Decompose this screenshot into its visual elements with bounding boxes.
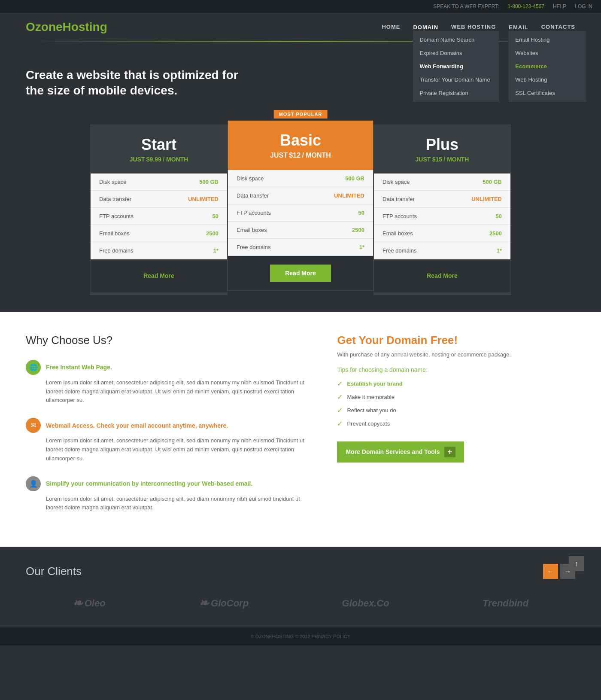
plan-basic-price: JUST $12 / MONTH (237, 152, 364, 159)
feature-item-0-header: 🌐 Free Instant Web Page. (26, 360, 311, 375)
why-title: Why Choose Us? (26, 334, 311, 347)
feature-row: Email boxes 2500 (228, 222, 373, 239)
domain-cta-label: More Domain Services and Tools (346, 448, 440, 455)
client-leaf-icon-0: ❧ (73, 596, 82, 610)
plan-basic-header: Basic JUST $12 / MONTH (228, 121, 373, 170)
dropdown-email-hosting[interactable]: Email Hosting (509, 33, 586, 46)
logo[interactable]: OzoneHosting (26, 20, 107, 34)
clients-prev-button[interactable]: ← (543, 564, 558, 579)
client-logo-1: ❧ GloCorp (199, 596, 249, 610)
help-link[interactable]: HELP (553, 3, 566, 9)
clients-header: Our Clients ← → (26, 564, 575, 579)
feature-1-desc: Lorem ipsum dolor sit amet, consectetuer… (46, 436, 311, 463)
footer: © OZONEHOSTING © 2012 PRIVACY POLICY (0, 627, 601, 645)
check-icon-3: ✓ (337, 420, 343, 428)
tip-0: ✓ Establish your brand (337, 380, 575, 388)
feature-row: Data transfer UNLIMITED (228, 187, 373, 204)
feature-item-0: 🌐 Free Instant Web Page. Lorem ipsum dol… (26, 360, 311, 405)
pricing-section: Start JUST $9.99 / MONTH Disk space 500 … (0, 116, 601, 312)
feature-2-title[interactable]: Simplify your communication by interconn… (46, 480, 252, 487)
main-content: Why Choose Us? 🌐 Free Instant Web Page. … (0, 312, 601, 547)
dropdown-ssl-certificates[interactable]: SSL Certificates (509, 86, 586, 100)
login-link[interactable]: LOG IN (575, 3, 592, 9)
plan-basic: MOST POPULAR Basic JUST $12 / MONTH Disk… (228, 120, 373, 291)
person-icon: 👤 (26, 476, 41, 491)
feature-0-title[interactable]: Free Instant Web Page. (46, 364, 112, 371)
feature-row: FTP accounts 50 (91, 208, 227, 225)
feature-item-2: 👤 Simplify your communication by interco… (26, 476, 311, 513)
client-name-1: GloCorp (211, 598, 249, 609)
hero-title: Create a website that is optimized for t… (26, 67, 240, 99)
plan-plus-cta-area: Read More (374, 259, 510, 292)
dropdown-private-registration[interactable]: Private Registration (413, 86, 499, 100)
nav-domain-wrapper: DOMAIN Domain Name Search Expired Domain… (413, 23, 438, 31)
tip-3: ✓ Prevent copycats (337, 420, 575, 428)
header: OzoneHosting HOME DOMAIN Domain Name Sea… (0, 13, 601, 41)
plan-plus-features: Disk space 500 GB Data transfer UNLIMITE… (374, 173, 510, 259)
pricing-cards: Start JUST $9.99 / MONTH Disk space 500 … (26, 125, 575, 295)
feature-item-1-header: ✉ Webmail Access. Check your email accou… (26, 418, 311, 433)
tips-title: Tips for choosing a domain name: (337, 366, 575, 373)
plan-plus-name: Plus (382, 136, 502, 154)
plan-start-readmore[interactable]: Read More (131, 268, 187, 283)
feature-row: Data transfer UNLIMITED (374, 191, 510, 208)
main-nav: HOME DOMAIN Domain Name Search Expired D… (382, 19, 575, 34)
domain-cta-button[interactable]: More Domain Services and Tools + (337, 441, 464, 463)
plan-start-features: Disk space 500 GB Data transfer UNLIMITE… (91, 173, 227, 259)
plan-start-price-label: JUST (130, 156, 145, 163)
footer-text: © OZONEHOSTING © 2012 (251, 634, 310, 639)
plan-start-amount: $9.99 (146, 156, 161, 163)
tip-text-2: Reflect what you do (347, 407, 396, 414)
dropdown-expired-domains[interactable]: Expired Domains (413, 46, 499, 60)
domain-cta-plus: + (444, 447, 456, 457)
feature-item-1: ✉ Webmail Access. Check your email accou… (26, 418, 311, 463)
scroll-top-button[interactable]: ↑ (569, 556, 584, 571)
privacy-link[interactable]: PRIVACY POLICY (312, 634, 351, 639)
feature-row: Disk space 500 GB (228, 170, 373, 187)
plan-plus: Plus JUST $15 / MONTH Disk space 500 GB … (373, 125, 511, 295)
dropdown-web-forwarding[interactable]: Web Forwarding (413, 60, 499, 73)
plan-plus-readmore[interactable]: Read More (414, 268, 470, 283)
phone-link[interactable]: 1-800-123-4567 (508, 3, 544, 9)
feature-row: FTP accounts 50 (228, 204, 373, 222)
plan-start-cta-area: Read More (91, 259, 227, 292)
speak-text: SPEAK TO A WEB EXPERT: (433, 3, 499, 9)
feature-row: Disk space 500 GB (374, 173, 510, 191)
domain-section: Get Your Domain Free! With purchase of a… (337, 334, 575, 525)
plan-basic-cta-area: Read More (228, 256, 373, 290)
plan-start-period: / MONTH (163, 156, 188, 163)
email-dropdown: Email Hosting Websites Ecommerce Web Hos… (509, 31, 586, 102)
check-icon-0: ✓ (337, 380, 343, 388)
plan-start-name: Start (99, 136, 219, 154)
feature-1-title[interactable]: Webmail Access. Check your email account… (46, 422, 228, 429)
feature-0-desc: Lorem ipsum dolor sit amet, consectetuer… (46, 378, 311, 405)
plan-start: Start JUST $9.99 / MONTH Disk space 500 … (90, 125, 228, 295)
dropdown-websites[interactable]: Websites (509, 46, 586, 60)
feature-row: FTP accounts 50 (374, 208, 510, 225)
dropdown-web-hosting[interactable]: Web Hosting (509, 73, 586, 86)
feature-row: Free domains 1* (228, 239, 373, 256)
tip-text-3: Prevent copycats (347, 420, 390, 427)
dropdown-domain-search[interactable]: Domain Name Search (413, 33, 499, 46)
domain-dropdown: Domain Name Search Expired Domains Web F… (413, 31, 499, 102)
plan-plus-price: JUST $15 / MONTH (382, 156, 502, 163)
plan-plus-header: Plus JUST $15 / MONTH (374, 125, 510, 173)
client-leaf-icon-1: ❧ (199, 596, 209, 610)
tip-link-0[interactable]: Establish your brand (347, 380, 402, 387)
nav-home[interactable]: HOME (382, 19, 400, 34)
feature-row: Data transfer UNLIMITED (91, 191, 227, 208)
mail-icon: ✉ (26, 418, 41, 433)
client-name-3: Trendbind (483, 598, 528, 609)
plan-basic-readmore[interactable]: Read More (270, 265, 331, 282)
feature-item-2-header: 👤 Simplify your communication by interco… (26, 476, 311, 491)
dropdown-ecommerce[interactable]: Ecommerce (509, 60, 586, 73)
check-icon-1: ✓ (337, 393, 343, 401)
domain-desc: With purchase of any annual website, hos… (337, 351, 575, 358)
tip-2: ✓ Reflect what you do (337, 406, 575, 414)
dropdown-transfer-domain[interactable]: Transfer Your Domain Name (413, 73, 499, 86)
feature-2-desc: Lorem ipsum dolor sit amet, consectetuer… (46, 495, 311, 513)
feature-row: Free domains 1* (374, 242, 510, 259)
client-name-0: Oleo (85, 598, 106, 609)
clients-section: Our Clients ← → ❧ Oleo ❧ GloCorp Globex.… (0, 547, 601, 627)
clients-title: Our Clients (26, 565, 82, 578)
